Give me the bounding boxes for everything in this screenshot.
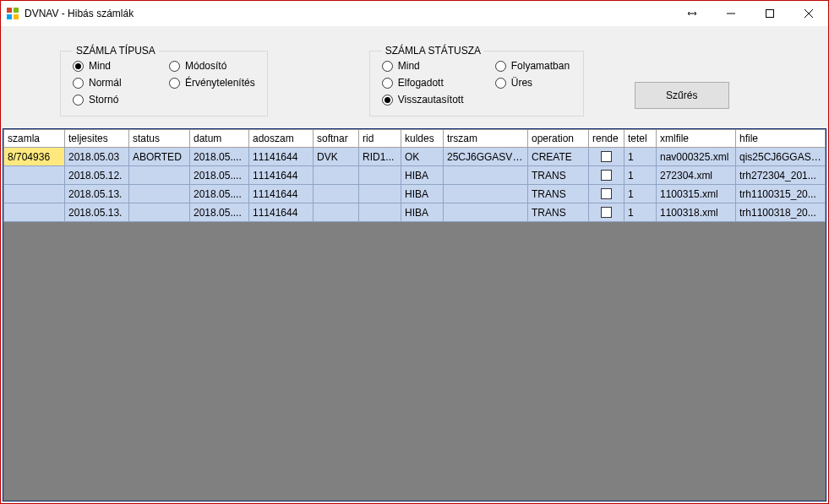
cell-tetel[interactable]: 1 <box>624 148 657 166</box>
cell-tetel[interactable]: 1 <box>624 203 657 222</box>
cell-operation[interactable]: TRANS <box>528 203 589 222</box>
cell-xmlfile[interactable]: nav000325.xml <box>657 148 736 166</box>
cell-teljesites[interactable]: 2018.05.12. <box>65 166 129 185</box>
radio-type-mind[interactable]: Mind <box>73 60 149 72</box>
col-szamla[interactable]: szamla <box>4 130 65 148</box>
cell-datum[interactable]: 2018.05.... <box>190 203 249 222</box>
col-tetel[interactable]: tetel <box>624 130 657 148</box>
radio-status-mind[interactable]: Mind <box>382 60 475 72</box>
cell-softnam[interactable]: DVK <box>314 148 359 166</box>
radio-status-visszautasitott[interactable]: Visszautasított <box>382 94 475 106</box>
cell-szamla[interactable] <box>4 166 65 185</box>
cell-rid[interactable] <box>359 166 401 185</box>
cell-hfile[interactable]: trh272304_201... <box>736 166 826 185</box>
filter-button[interactable]: Szűrés <box>635 82 729 109</box>
cell-kuldes[interactable]: HIBA <box>401 185 444 203</box>
col-rid[interactable]: rid <box>359 130 401 148</box>
radio-label: Stornó <box>89 94 118 106</box>
close-button[interactable] <box>789 1 828 26</box>
col-teljesites[interactable]: teljesites <box>65 130 129 148</box>
cell-operation[interactable]: TRANS <box>528 166 589 185</box>
minimize-button[interactable] <box>712 1 750 26</box>
cell-adoszam[interactable]: 11141644 <box>249 185 314 203</box>
radio-label: Visszautasított <box>398 94 464 106</box>
cell-adoszam[interactable]: 11141644 <box>249 148 314 166</box>
cell-softnam[interactable] <box>314 185 359 203</box>
cell-status[interactable]: ABORTED <box>129 148 190 166</box>
table-row[interactable]: 2018.05.13.2018.05....11141644HIBATRANS1… <box>4 203 826 222</box>
cell-trszam[interactable]: 25CJ6GGASVFB <box>444 148 528 166</box>
col-status[interactable]: status <box>129 130 190 148</box>
cell-operation[interactable]: TRANS <box>528 185 589 203</box>
col-operation[interactable]: operation <box>528 130 589 148</box>
cell-rid[interactable]: RID1... <box>359 148 401 166</box>
cell-rende[interactable] <box>589 185 624 203</box>
radio-status-folyamatban[interactable]: Folyamatban <box>495 60 571 72</box>
svg-rect-3 <box>14 14 19 19</box>
cell-szamla[interactable]: 8/704936 <box>4 148 65 166</box>
cell-operation[interactable]: CREATE <box>528 148 589 166</box>
cell-teljesites[interactable]: 2018.05.03 <box>65 148 129 166</box>
col-kuldes[interactable]: kuldes <box>401 130 444 148</box>
cell-xmlfile[interactable]: 272304.xml <box>657 166 736 185</box>
cell-hfile[interactable]: trh1100318_20... <box>736 203 826 222</box>
radio-status-elfogadott[interactable]: Elfogadott <box>382 77 475 89</box>
cell-rid[interactable] <box>359 203 401 222</box>
group-invoice-type: SZÁMLA TÍPUSA Mind Normál Stornó <box>60 45 268 117</box>
cell-szamla[interactable] <box>4 203 65 222</box>
radio-label: Elfogadott <box>398 77 444 89</box>
maximize-button[interactable] <box>750 1 789 26</box>
cell-datum[interactable]: 2018.05.... <box>190 185 249 203</box>
cell-trszam[interactable] <box>444 166 528 185</box>
checkbox-rende[interactable] <box>601 151 612 162</box>
cell-xmlfile[interactable]: 1100315.xml <box>657 185 736 203</box>
table-row[interactable]: 8/7049362018.05.03ABORTED2018.05....1114… <box>4 148 826 166</box>
cell-datum[interactable]: 2018.05.... <box>190 148 249 166</box>
checkbox-rende[interactable] <box>601 188 612 199</box>
cell-softnam[interactable] <box>314 203 359 222</box>
cell-rende[interactable] <box>589 203 624 222</box>
cell-tetel[interactable]: 1 <box>624 185 657 203</box>
cell-adoszam[interactable]: 11141644 <box>249 166 314 185</box>
col-trszam[interactable]: trszam <box>444 130 528 148</box>
cell-softnam[interactable] <box>314 166 359 185</box>
cell-kuldes[interactable]: OK <box>401 148 444 166</box>
table-row[interactable]: 2018.05.12.2018.05....11141644HIBATRANS1… <box>4 166 826 185</box>
move-icon[interactable] <box>673 1 712 26</box>
cell-status[interactable] <box>129 203 190 222</box>
cell-kuldes[interactable]: HIBA <box>401 203 444 222</box>
col-rende[interactable]: rende <box>589 130 624 148</box>
radio-type-normal[interactable]: Normál <box>73 77 149 89</box>
cell-tetel[interactable]: 1 <box>624 166 657 185</box>
cell-kuldes[interactable]: HIBA <box>401 166 444 185</box>
table-row[interactable]: 2018.05.13.2018.05....11141644HIBATRANS1… <box>4 185 826 203</box>
cell-trszam[interactable] <box>444 185 528 203</box>
radio-dot-icon <box>73 61 84 72</box>
cell-szamla[interactable] <box>4 185 65 203</box>
data-grid[interactable]: szamla teljesites status datum adoszam s… <box>3 129 826 222</box>
radio-type-modosito[interactable]: Módosító <box>169 60 255 72</box>
radio-type-ervenytelen[interactable]: Érvénytelenítés <box>169 77 255 89</box>
cell-rid[interactable] <box>359 185 401 203</box>
checkbox-rende[interactable] <box>601 207 612 218</box>
cell-hfile[interactable]: trh1100315_20... <box>736 185 826 203</box>
col-datum[interactable]: datum <box>190 130 249 148</box>
cell-datum[interactable]: 2018.05.... <box>190 166 249 185</box>
col-xmlfile[interactable]: xmlfile <box>657 130 736 148</box>
cell-rende[interactable] <box>589 148 624 166</box>
cell-status[interactable] <box>129 185 190 203</box>
cell-status[interactable] <box>129 166 190 185</box>
cell-hfile[interactable]: qis25CJ6GGASV... <box>736 148 826 166</box>
col-adoszam[interactable]: adoszam <box>249 130 314 148</box>
cell-teljesites[interactable]: 2018.05.13. <box>65 203 129 222</box>
col-hfile[interactable]: hfile <box>736 130 826 148</box>
checkbox-rende[interactable] <box>601 170 612 181</box>
cell-adoszam[interactable]: 11141644 <box>249 203 314 222</box>
col-softnam[interactable]: softnar <box>314 130 359 148</box>
cell-rende[interactable] <box>589 166 624 185</box>
radio-status-ures[interactable]: Üres <box>495 77 571 89</box>
cell-xmlfile[interactable]: 1100318.xml <box>657 203 736 222</box>
cell-trszam[interactable] <box>444 203 528 222</box>
radio-type-storno[interactable]: Stornó <box>73 94 149 106</box>
cell-teljesites[interactable]: 2018.05.13. <box>65 185 129 203</box>
